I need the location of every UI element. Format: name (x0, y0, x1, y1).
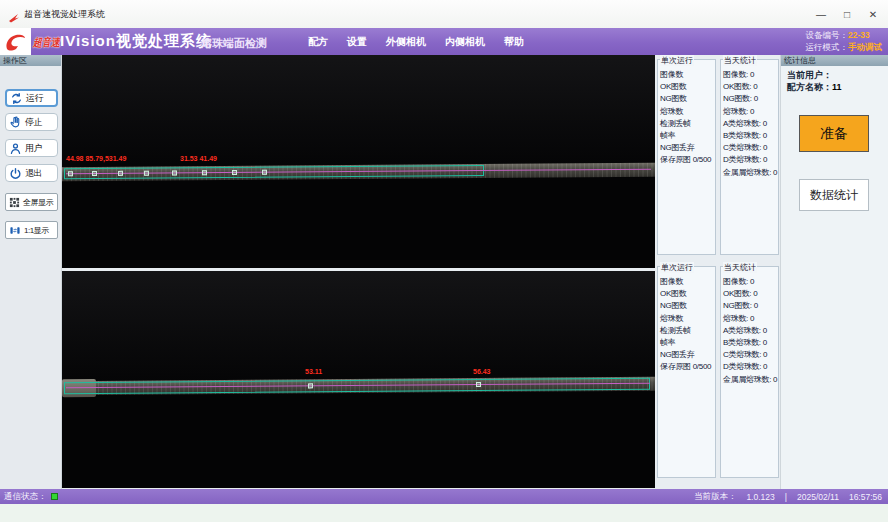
app-subtitle: 熔珠端面检测 (201, 36, 267, 51)
statistics-info-panel: 统计信息 当前用户： 配方名称：11 准备 数据统计 (780, 55, 888, 489)
stats-row: 熔珠数 (660, 106, 713, 118)
stats-row: NG图数: 0 (723, 300, 776, 312)
user-button-label: 用户 (25, 142, 42, 155)
menu-item[interactable]: 外侧相机 (386, 35, 426, 49)
measurement-annotation: 56.43 (473, 368, 491, 375)
device-number-value: 22-33 (848, 30, 870, 40)
prepare-button[interactable]: 准备 (799, 115, 869, 152)
fullscreen-button[interactable]: 全屏显示 (5, 193, 58, 211)
stats-group: 当天统计图像数: 0OK图数: 0NG图数: 0熔珠数: 0A类熔珠数: 0B类… (720, 59, 779, 255)
stats-group-title: 单次运行 (660, 262, 694, 273)
stats-row: 图像数: 0 (723, 69, 776, 81)
exit-button[interactable]: 退出 (5, 164, 58, 182)
menu-item[interactable]: 内侧相机 (445, 35, 485, 49)
stats-panel-bottom: 单次运行图像数OK图数NG图数熔珠数检测丢帧帧率NG图丢弃保存原图 0/500当… (657, 266, 780, 478)
stats-row: C类熔珠数: 0 (723, 349, 776, 361)
minimize-button[interactable]: — (812, 6, 830, 22)
status-separator: | (785, 492, 787, 502)
one-to-one-button-label: 1:1显示 (24, 225, 49, 236)
detection-marker (202, 170, 207, 175)
exit-button-label: 退出 (25, 167, 42, 180)
status-bar: 通信状态： 当前版本： 1.0.123 | 2025/02/11 16:57:5… (0, 489, 888, 504)
detection-marker (476, 382, 481, 387)
menu-bar: 配方设置外侧相机内侧相机帮助 (308, 28, 524, 55)
stats-row: 帧率 (660, 130, 713, 142)
version-value: 1.0.123 (746, 492, 774, 502)
stats-row: B类熔珠数: 0 (723, 130, 776, 142)
stats-group-title: 当天统计 (723, 55, 757, 66)
stats-group: 单次运行图像数OK图数NG图数熔珠数检测丢帧帧率NG图丢弃保存原图 0/500 (657, 59, 716, 255)
data-statistics-button[interactable]: 数据统计 (799, 179, 869, 211)
stats-row: NG图数 (660, 300, 713, 312)
device-info: 设备编号：22-33 运行模式：手动调试 (806, 30, 883, 53)
current-user-label: 当前用户： (787, 70, 832, 80)
stats-row: OK图数 (660, 81, 713, 93)
status-time: 16:57:56 (849, 492, 882, 502)
one-to-one-button[interactable]: 1:1显示 (5, 221, 58, 239)
status-date: 2025/02/11 (797, 492, 839, 502)
stats-row: D类熔珠数: 0 (723, 154, 776, 166)
stats-row: 熔珠数: 0 (723, 106, 776, 118)
detection-marker (118, 171, 123, 176)
recipe-name-label: 配方名称： (787, 82, 832, 92)
stats-row: 图像数 (660, 69, 713, 81)
fullscreen-grid-icon (9, 197, 20, 208)
stats-row: NG图丢弃 (660, 349, 713, 361)
stats-row: NG图数 (660, 93, 713, 105)
stats-row: NG图数: 0 (723, 93, 776, 105)
measurement-annotation: 53.11 (305, 368, 322, 375)
app-window: 超音速视觉处理系统 — □ ✕ 超音速 IVision视觉处理系统 熔珠端面检测… (0, 0, 888, 522)
stats-row: NG图丢弃 (660, 142, 713, 154)
measurement-annotation: 44.98 85.79,531.49 (66, 155, 126, 162)
stats-row: OK图数: 0 (723, 81, 776, 93)
menu-item[interactable]: 设置 (347, 35, 367, 49)
stats-row: 金属屑熔珠数: 0 (723, 374, 776, 386)
stats-row: B类熔珠数: 0 (723, 337, 776, 349)
outer-camera-viewport: 44.98 85.79,531.4931.53 41.49 (62, 55, 655, 268)
stats-row: 帧率 (660, 337, 713, 349)
operation-sidebar: 操作区 运行 停止 (0, 55, 62, 489)
one-to-one-icon (9, 225, 21, 236)
stats-panel-top: 单次运行图像数OK图数NG图数熔珠数检测丢帧帧率NG图丢弃保存原图 0/500当… (657, 59, 780, 255)
stats-row: 检测丢帧 (660, 118, 713, 130)
power-icon (9, 167, 22, 180)
app-logo-icon (8, 9, 20, 19)
user-button[interactable]: 用户 (5, 139, 58, 157)
device-number-label: 设备编号： (806, 30, 849, 40)
stats-row: 检测丢帧 (660, 325, 713, 337)
stats-group-title: 单次运行 (660, 55, 694, 66)
stats-row: 熔珠数: 0 (723, 313, 776, 325)
stop-button-label: 停止 (25, 116, 42, 129)
stop-button[interactable]: 停止 (5, 113, 58, 131)
stats-row: D类熔珠数: 0 (723, 361, 776, 373)
menu-item[interactable]: 帮助 (504, 35, 524, 49)
fullscreen-button-label: 全屏显示 (23, 197, 53, 208)
maximize-button[interactable]: □ (838, 6, 856, 22)
detection-marker (92, 171, 97, 176)
sidebar-title: 操作区 (0, 55, 61, 66)
window-title: 超音速视觉处理系统 (24, 8, 105, 21)
user-icon (9, 142, 22, 155)
title-bar: 超音速视觉处理系统 — □ ✕ (0, 0, 888, 28)
run-mode-label: 运行模式： (806, 42, 849, 52)
weld-bead-strip (62, 163, 655, 182)
stats-row: 保存原图 0/500 (660, 361, 713, 373)
detection-marker (262, 170, 267, 175)
stats-row: C类熔珠数: 0 (723, 142, 776, 154)
comm-status-label: 通信状态： (4, 491, 47, 503)
close-button[interactable]: ✕ (864, 6, 882, 22)
menu-item[interactable]: 配方 (308, 35, 328, 49)
desktop-strip (0, 504, 888, 522)
stats-row: A类熔珠数: 0 (723, 325, 776, 337)
run-button-label: 运行 (26, 92, 43, 105)
version-label: 当前版本： (694, 491, 737, 503)
stats-row: 熔珠数 (660, 313, 713, 325)
weld-bead-strip (62, 377, 655, 396)
run-button[interactable]: 运行 (5, 89, 58, 107)
stats-row: OK图数: 0 (723, 288, 776, 300)
main-content: 操作区 运行 停止 (0, 55, 888, 489)
stats-group: 单次运行图像数OK图数NG图数熔珠数检测丢帧帧率NG图丢弃保存原图 0/500 (657, 266, 716, 478)
detection-marker (232, 170, 237, 175)
app-header: 超音速 IVision视觉处理系统 熔珠端面检测 配方设置外侧相机内侧相机帮助 … (0, 28, 888, 55)
comm-status-indicator (51, 493, 58, 500)
